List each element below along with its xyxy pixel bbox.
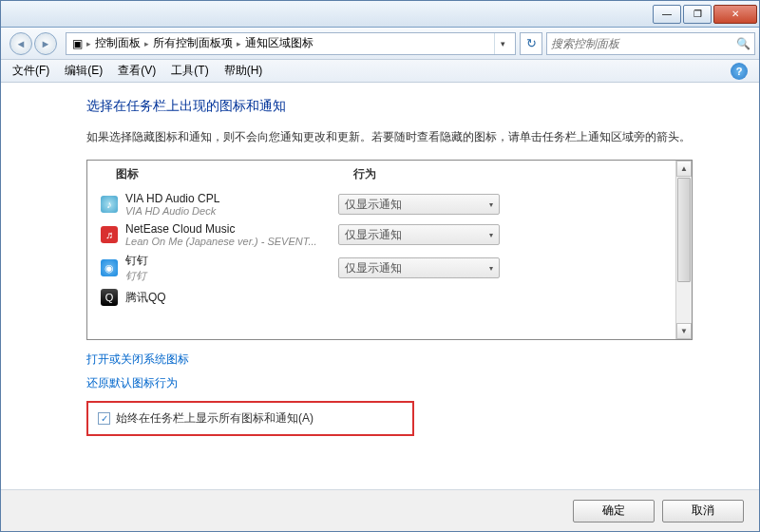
navbar: ◄ ► ▣ ▸ 控制面板 ▸ 所有控制面板项 ▸ 通知区域图标 ▾ ↻ 🔍 [1, 28, 759, 60]
item-name: VIA HD Audio CPL [125, 192, 338, 205]
minimize-button[interactable]: — [653, 5, 681, 24]
item-text: 腾讯QQ [125, 290, 338, 306]
item-subtitle: VIA HD Audio Deck [125, 205, 338, 217]
list-body: ♪VIA HD Audio CPLVIA HD Audio Deck仅显示通知▾… [87, 189, 692, 336]
help-icon[interactable]: ? [731, 63, 748, 80]
item-subtitle: 钉钉 [125, 269, 338, 283]
dropdown-value: 仅显示通知 [345, 197, 402, 213]
menu-edit[interactable]: 编辑(E) [57, 63, 110, 79]
dialog-footer: 确定 取消 [1, 489, 759, 531]
search-input[interactable] [551, 37, 736, 50]
chevron-right-icon: ▸ [235, 39, 243, 48]
always-show-label: 始终在任务栏上显示所有图标和通知(A) [116, 410, 314, 427]
ok-button[interactable]: 确定 [573, 500, 655, 522]
content-area: 选择在任务栏上出现的图标和通知 如果选择隐藏图标和通知，则不会向您通知更改和更新… [1, 83, 759, 491]
chevron-right-icon: ▸ [85, 39, 93, 48]
menu-tools[interactable]: 工具(T) [163, 63, 216, 79]
item-action-cell: 仅显示通知▾ [338, 224, 680, 245]
column-icon: 图标 [116, 166, 353, 182]
item-subtitle: Lean On Me (Japanese ver.) - SEVENT... [125, 236, 338, 247]
app-icon: ♬ [101, 226, 118, 243]
chevron-down-icon: ▾ [489, 264, 493, 273]
page-title: 选择在任务栏上出现的图标和通知 [86, 98, 693, 115]
item-name: 钉钉 [125, 253, 338, 269]
refresh-button[interactable]: ↻ [520, 32, 542, 55]
app-icon: ◉ [101, 259, 118, 276]
list-item: ♪VIA HD Audio CPLVIA HD Audio Deck仅显示通知▾ [87, 189, 692, 219]
app-icon: ♪ [101, 196, 118, 213]
list-item: ◉钉钉钉钉仅显示通知▾ [87, 250, 692, 286]
list-item: ♬NetEase Cloud MusicLean On Me (Japanese… [87, 219, 692, 250]
maximize-button[interactable]: ❐ [683, 5, 712, 24]
menubar: 文件(F) 编辑(E) 查看(V) 工具(T) 帮助(H) ? [1, 60, 759, 83]
behavior-dropdown[interactable]: 仅显示通知▾ [338, 194, 500, 215]
page-description: 如果选择隐藏图标和通知，则不会向您通知更改和更新。若要随时查看隐藏的图标，请单击… [86, 128, 693, 146]
always-show-highlight: ✓ 始终在任务栏上显示所有图标和通知(A) [86, 401, 414, 436]
item-text: NetEase Cloud MusicLean On Me (Japanese … [125, 222, 338, 247]
chevron-right-icon: ▸ [142, 39, 151, 48]
behavior-dropdown[interactable]: 仅显示通知▾ [338, 257, 500, 278]
menu-view[interactable]: 查看(V) [110, 63, 163, 79]
breadcrumb[interactable]: 所有控制面板项 [151, 35, 235, 51]
scroll-thumb[interactable] [677, 178, 691, 282]
breadcrumb-root-icon[interactable]: ▣ [70, 37, 85, 50]
forward-button[interactable]: ► [34, 32, 57, 55]
always-show-checkbox[interactable]: ✓ [98, 412, 110, 425]
list-item: Q腾讯QQ [87, 286, 692, 309]
behavior-dropdown[interactable]: 仅显示通知▾ [338, 224, 500, 245]
breadcrumb[interactable]: 通知区域图标 [243, 35, 315, 51]
back-button[interactable]: ◄ [10, 32, 32, 55]
item-name: 腾讯QQ [125, 290, 338, 306]
nav-arrows: ◄ ► [5, 31, 62, 56]
link-restore-defaults[interactable]: 还原默认图标行为 [86, 375, 178, 391]
address-dropdown-icon[interactable]: ▾ [494, 33, 511, 54]
address-bar[interactable]: ▣ ▸ 控制面板 ▸ 所有控制面板项 ▸ 通知区域图标 ▾ [66, 32, 516, 55]
titlebar: — ❐ ✕ [1, 1, 759, 28]
scroll-up-button[interactable]: ▲ [676, 161, 692, 177]
item-name: NetEase Cloud Music [125, 222, 338, 236]
menu-file[interactable]: 文件(F) [5, 63, 57, 79]
dropdown-value: 仅显示通知 [345, 260, 402, 276]
column-action: 行为 [353, 166, 680, 182]
notification-list: 图标 行为 ♪VIA HD Audio CPLVIA HD Audio Deck… [86, 160, 693, 340]
search-box[interactable]: 🔍 [546, 32, 755, 55]
close-button[interactable]: ✕ [713, 5, 757, 24]
cancel-button[interactable]: 取消 [662, 500, 744, 522]
item-text: 钉钉钉钉 [125, 253, 338, 283]
item-text: VIA HD Audio CPLVIA HD Audio Deck [125, 192, 338, 217]
item-action-cell: 仅显示通知▾ [338, 257, 680, 278]
breadcrumb[interactable]: 控制面板 [93, 35, 142, 51]
chevron-down-icon: ▾ [489, 231, 493, 239]
app-icon: Q [101, 289, 118, 306]
list-header: 图标 行为 [87, 161, 692, 189]
link-system-icons[interactable]: 打开或关闭系统图标 [86, 352, 189, 368]
dropdown-value: 仅显示通知 [345, 227, 402, 243]
item-action-cell: 仅显示通知▾ [338, 194, 680, 215]
chevron-down-icon: ▾ [489, 200, 493, 209]
control-panel-window: — ❐ ✕ ◄ ► ▣ ▸ 控制面板 ▸ 所有控制面板项 ▸ 通知区域图标 ▾ … [0, 0, 760, 532]
search-icon[interactable]: 🔍 [736, 37, 750, 50]
scrollbar[interactable]: ▲ ▼ [675, 161, 692, 339]
scroll-down-button[interactable]: ▼ [676, 323, 692, 339]
menu-help[interactable]: 帮助(H) [217, 63, 271, 79]
